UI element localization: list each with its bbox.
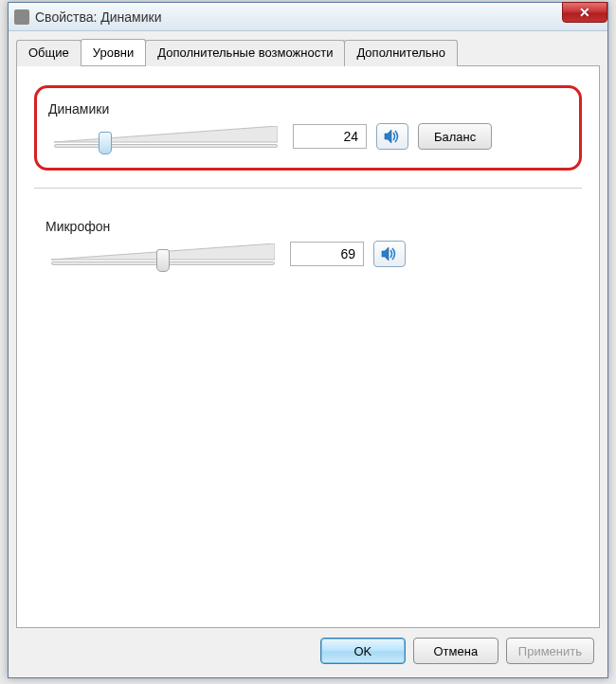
close-icon: ✕ [579, 5, 590, 20]
speakers-label: Динамики [48, 101, 568, 117]
microphone-value-input[interactable] [290, 242, 364, 266]
tab-general[interactable]: Общие [16, 40, 82, 66]
tab-strip: Общие Уровни Дополнительные возможности … [16, 39, 600, 65]
properties-window: Свойства: Динамики ✕ Общие Уровни Дополн… [8, 2, 608, 678]
ok-button[interactable]: OK [320, 638, 406, 664]
microphone-mute-button[interactable] [373, 241, 406, 267]
microphone-slider[interactable] [45, 240, 281, 268]
svg-marker-1 [385, 130, 391, 143]
speakers-controls: Баланс [48, 122, 568, 151]
speakers-slider-thumb[interactable] [99, 132, 112, 154]
speakers-slider[interactable] [48, 122, 283, 151]
tab-advanced[interactable]: Дополнительно [344, 40, 458, 66]
cancel-button[interactable]: Отмена [413, 638, 498, 664]
app-icon [14, 9, 29, 25]
tab-enhancements[interactable]: Дополнительные возможности [145, 40, 345, 66]
apply-button: Применить [506, 638, 594, 664]
speaker-icon [381, 246, 398, 261]
microphone-label: Микрофон [45, 219, 571, 234]
divider [34, 188, 582, 189]
microphone-slider-thumb[interactable] [156, 249, 170, 272]
slider-track [54, 144, 278, 148]
dialog-footer: OK Отмена Применить [16, 628, 600, 670]
microphone-controls [45, 240, 571, 268]
tab-levels[interactable]: Уровни [81, 39, 146, 65]
speakers-mute-button[interactable] [376, 123, 408, 150]
speakers-balance-button[interactable]: Баланс [418, 123, 492, 150]
speakers-value-input[interactable] [293, 124, 367, 149]
svg-marker-0 [54, 126, 278, 142]
titlebar[interactable]: Свойства: Динамики ✕ [9, 3, 607, 31]
svg-marker-3 [382, 247, 389, 261]
slider-wedge-icon [54, 126, 278, 143]
tab-panel-levels: Динамики [16, 65, 600, 628]
close-button[interactable]: ✕ [562, 2, 607, 23]
microphone-group: Микрофон [34, 206, 582, 285]
window-title: Свойства: Динамики [35, 9, 161, 25]
speaker-icon [384, 129, 401, 144]
speakers-group: Динамики [34, 85, 582, 171]
content-area: Общие Уровни Дополнительные возможности … [9, 31, 607, 677]
